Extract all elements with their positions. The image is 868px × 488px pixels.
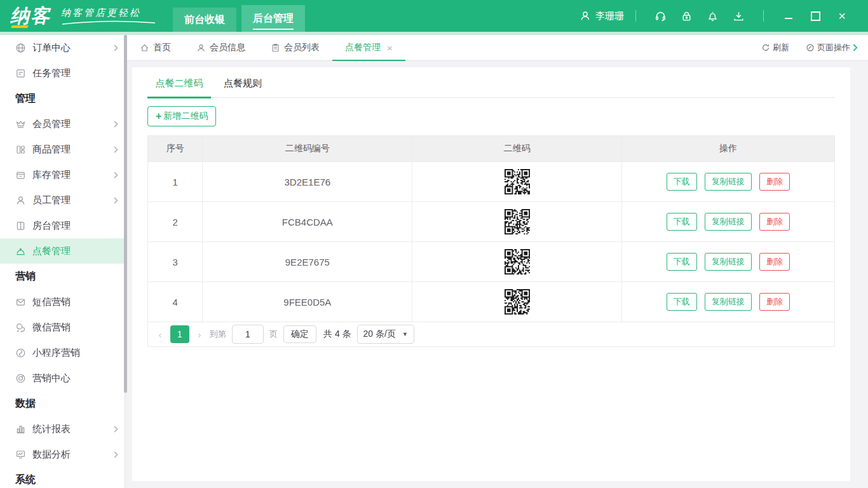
person-icon <box>15 195 26 206</box>
sidebar-item-sms-marketing[interactable]: 短信营销 <box>0 289 127 315</box>
copy-link-button[interactable]: 复制链接 <box>705 213 752 231</box>
chevron-right-icon <box>114 197 118 204</box>
qrcode-image <box>505 249 530 274</box>
notifications-button[interactable] <box>707 10 719 22</box>
sidebar-scrollbar-track[interactable] <box>124 35 127 488</box>
sidebar-item-room-manage[interactable]: 房台管理 <box>0 213 127 238</box>
copy-link-button[interactable]: 复制链接 <box>705 173 752 191</box>
total-count: 共 4 条 <box>323 329 351 340</box>
divider <box>763 10 764 22</box>
home-icon <box>140 43 149 53</box>
goto-page-input[interactable] <box>232 325 264 344</box>
user-menu[interactable]: 李珊珊 <box>580 10 624 22</box>
sidebar-item-staff-manage[interactable]: 员工管理 <box>0 187 127 213</box>
table-row: 3 9E2E7675 下载 复制链接 删除 <box>148 242 835 282</box>
delete-button[interactable]: 删除 <box>759 253 790 271</box>
cell-operations: 下载 复制链接 删除 <box>621 202 834 242</box>
qrcode-image <box>505 289 530 315</box>
tab-ordering-manage[interactable]: 点餐管理 × <box>332 35 405 60</box>
cell-index: 4 <box>148 282 203 322</box>
page-number-button[interactable]: 1 <box>170 325 189 343</box>
cell-qrcode <box>412 162 622 202</box>
sidebar-section-system: 系统 <box>0 467 127 488</box>
clipboard-icon <box>271 43 280 53</box>
cell-operations: 下载 复制链接 删除 <box>621 162 834 202</box>
tab-home[interactable]: 首页 <box>127 35 184 60</box>
delete-button[interactable]: 删除 <box>759 173 790 191</box>
refresh-button[interactable]: 刷新 <box>761 42 789 53</box>
header-operations: 操作 <box>621 136 834 162</box>
refresh-icon <box>761 43 770 52</box>
qrcode-image <box>505 169 530 194</box>
download-button[interactable]: 下载 <box>667 293 697 311</box>
add-qrcode-button[interactable]: + 新增二维码 <box>147 106 216 126</box>
delete-button[interactable]: 删除 <box>759 213 790 231</box>
minimize-icon <box>785 18 792 19</box>
sidebar-section-manage: 管理 <box>0 86 127 111</box>
sidebar-item-order-center[interactable]: 订单中心 <box>0 35 127 60</box>
goto-prefix: 到第 <box>210 329 226 340</box>
prev-page-button[interactable]: ‹ <box>156 329 165 340</box>
sidebar-item-inventory-manage[interactable]: 库存管理 <box>0 162 127 187</box>
tab-ordering-qrcode[interactable]: 点餐二维码 <box>147 74 211 97</box>
slogan-underline <box>61 20 156 25</box>
tabbar-actions: 刷新 页面操作 <box>761 35 868 60</box>
window-maximize-button[interactable] <box>810 11 820 21</box>
sidebar-item-wechat-marketing[interactable]: 微信营销 <box>0 315 127 340</box>
sidebar-item-statistics-report[interactable]: 统计报表 <box>0 416 127 442</box>
sidebar-item-miniprogram-marketing[interactable]: 小程序营销 <box>0 340 127 365</box>
tab-member-info[interactable]: 会员信息 <box>184 35 258 60</box>
crown-icon <box>15 119 26 130</box>
window-minimize-button[interactable] <box>783 11 794 21</box>
download-button[interactable]: 下载 <box>667 253 697 271</box>
cell-code: 3D2E1E76 <box>203 162 412 202</box>
room-icon <box>15 220 26 231</box>
inner-tabs: 点餐二维码 点餐规则 <box>147 74 835 98</box>
tab-close-icon[interactable]: × <box>387 43 393 53</box>
download-button[interactable]: 下载 <box>667 173 697 191</box>
cell-index: 3 <box>148 242 203 282</box>
sidebar-item-data-analysis[interactable]: 数据分析 <box>0 442 127 467</box>
window-close-button[interactable]: × <box>837 11 847 21</box>
main-nav: 前台收银 后台管理 <box>173 0 310 32</box>
chevron-right-icon <box>114 451 118 458</box>
sidebar-item-member-manage[interactable]: 会员管理 <box>0 111 127 137</box>
cell-qrcode <box>412 282 622 322</box>
chevron-right-icon <box>114 146 118 153</box>
sidebar-item-goods-manage[interactable]: 商品管理 <box>0 137 127 162</box>
person-icon <box>196 43 206 53</box>
sidebar-item-task-manage[interactable]: 任务管理 <box>0 60 127 86</box>
tab-ordering-rules[interactable]: 点餐规则 <box>211 74 275 97</box>
nav-tab-front-cashier[interactable]: 前台收银 <box>173 8 236 32</box>
lock-button[interactable] <box>681 10 693 22</box>
cloche-icon <box>15 246 26 257</box>
user-name: 李珊珊 <box>595 10 624 22</box>
chevron-right-icon <box>853 44 858 51</box>
box-icon <box>15 170 26 180</box>
copy-link-button[interactable]: 复制链接 <box>705 253 752 271</box>
pagination: ‹ 1 › 到第 页 确定 共 4 条 20 条/页 ▼ <box>147 322 835 347</box>
sidebar-item-marketing-center[interactable]: 营销中心 <box>0 365 127 391</box>
nav-tab-backend-manage[interactable]: 后台管理 <box>241 5 305 32</box>
cell-qrcode <box>412 202 622 242</box>
delete-button[interactable]: 删除 <box>759 293 790 311</box>
page-size-select[interactable]: 20 条/页 ▼ <box>357 325 414 344</box>
logo: 纳客 <box>10 3 51 29</box>
header-qrcode: 二维码 <box>412 136 622 162</box>
download-button[interactable] <box>733 10 745 22</box>
next-page-button[interactable]: › <box>195 329 204 340</box>
plus-icon: + <box>156 112 161 121</box>
tab-member-list[interactable]: 会员列表 <box>258 35 332 60</box>
cell-code: 9E2E7675 <box>203 242 412 282</box>
page-operations-button[interactable]: 页面操作 <box>806 42 858 53</box>
divider <box>635 10 636 22</box>
support-button[interactable] <box>654 10 667 22</box>
confirm-button[interactable]: 确定 <box>283 325 316 343</box>
headset-icon <box>654 10 667 22</box>
download-button[interactable]: 下载 <box>667 213 697 231</box>
cell-code: 9FEE0D5A <box>203 282 412 322</box>
sidebar-item-ordering-manage[interactable]: 点餐管理 <box>0 238 127 264</box>
sidebar-scrollbar-thumb[interactable] <box>124 35 127 393</box>
copy-link-button[interactable]: 复制链接 <box>705 293 752 311</box>
caret-down-icon: ▼ <box>402 331 408 337</box>
